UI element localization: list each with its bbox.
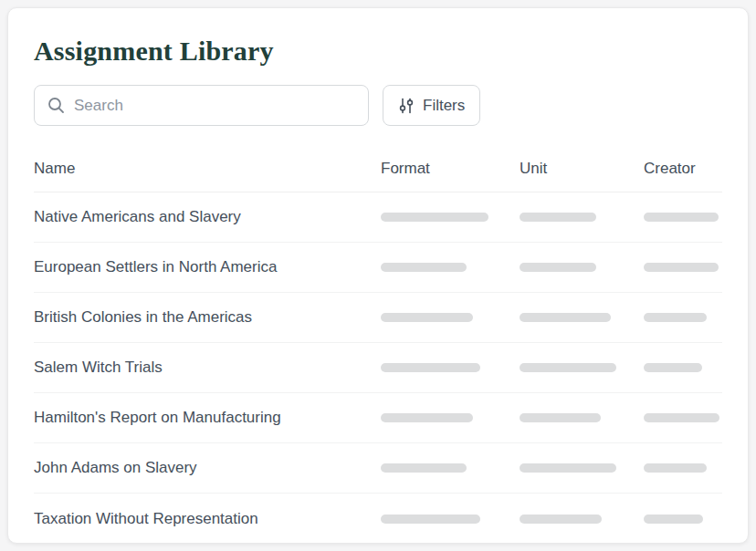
row-name: European Settlers in North America <box>34 258 381 276</box>
format-loading-skeleton <box>381 515 480 524</box>
table-row[interactable]: Salem Witch Trials <box>34 343 722 393</box>
creator-loading-skeleton <box>644 363 702 372</box>
row-name: Taxation Without Representation <box>34 510 381 528</box>
creator-loading-skeleton <box>644 213 719 222</box>
row-name: Hamilton's Report on Manufacturing <box>34 409 381 427</box>
creator-loading-skeleton <box>644 463 707 473</box>
table-row[interactable]: British Colonies in the Americas <box>34 293 722 343</box>
row-name: Native Americans and Slavery <box>34 208 381 226</box>
format-loading-skeleton <box>381 463 467 473</box>
unit-loading-skeleton <box>520 263 596 272</box>
row-name: Salem Witch Trials <box>34 359 381 377</box>
unit-loading-skeleton <box>520 463 616 473</box>
column-header-creator: Creator <box>644 160 722 178</box>
toolbar: Filters <box>34 85 722 126</box>
column-header-format: Format <box>381 160 520 178</box>
filters-button[interactable]: Filters <box>383 85 480 126</box>
row-name: John Adams on Slavery <box>34 459 381 477</box>
search-box[interactable] <box>34 85 369 126</box>
format-loading-skeleton <box>381 413 473 422</box>
table-row[interactable]: John Adams on Slavery <box>34 443 722 494</box>
sliders-icon <box>398 98 415 114</box>
format-loading-skeleton <box>381 213 488 222</box>
format-loading-skeleton <box>381 313 473 322</box>
format-loading-skeleton <box>381 263 467 272</box>
unit-loading-skeleton <box>520 515 602 524</box>
search-input[interactable] <box>74 97 355 115</box>
creator-loading-skeleton <box>644 313 707 322</box>
table-row[interactable]: European Settlers in North America <box>34 243 722 293</box>
creator-loading-skeleton <box>644 263 719 272</box>
creator-loading-skeleton <box>644 515 703 524</box>
table-row[interactable]: Native Americans and Slavery <box>34 192 722 243</box>
page-title: Assignment Library <box>34 36 722 66</box>
filters-button-label: Filters <box>423 97 465 115</box>
unit-loading-skeleton <box>520 313 611 322</box>
row-name: British Colonies in the Americas <box>34 308 381 327</box>
table-row[interactable]: Hamilton's Report on Manufacturing <box>34 393 722 443</box>
table-header-row: Name Format Unit Creator <box>34 146 722 192</box>
unit-loading-skeleton <box>520 213 596 222</box>
assignment-library-card: Assignment Library Filters Name Format U… <box>7 7 749 544</box>
column-header-unit: Unit <box>520 160 644 178</box>
creator-loading-skeleton <box>644 413 719 422</box>
unit-loading-skeleton <box>520 413 601 422</box>
table-row[interactable]: Taxation Without Representation <box>34 494 722 544</box>
assignments-table: Name Format Unit Creator Native American… <box>34 146 722 544</box>
column-header-name: Name <box>34 160 381 178</box>
table-body: Native Americans and Slavery European Se… <box>34 192 722 544</box>
search-icon <box>47 97 65 114</box>
format-loading-skeleton <box>381 363 480 372</box>
unit-loading-skeleton <box>520 363 616 372</box>
